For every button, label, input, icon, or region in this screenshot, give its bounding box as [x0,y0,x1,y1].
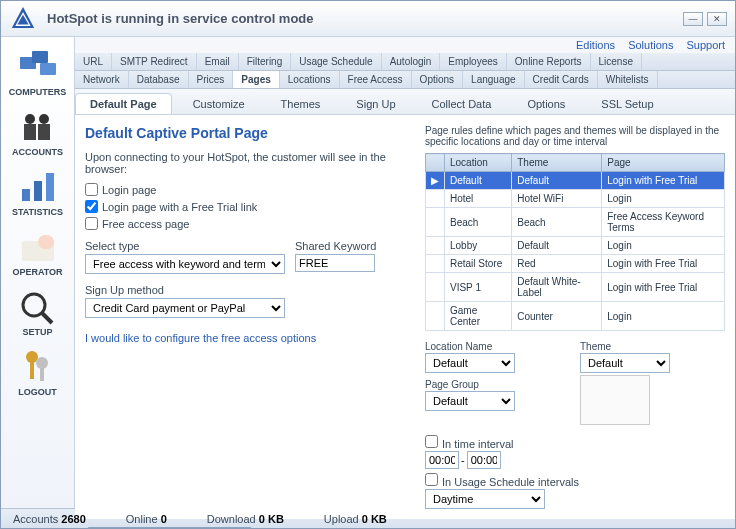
link-solutions[interactable]: Solutions [628,39,673,51]
location-name-select[interactable]: Default [425,353,515,373]
col-page[interactable]: Page [602,154,725,172]
checkbox-login-trial[interactable]: Login page with a Free Trial link [85,200,415,213]
in-schedule-check[interactable]: In Usage Schedule intervals [425,473,725,488]
tab-locations[interactable]: Locations [280,71,340,88]
svg-rect-9 [38,124,50,140]
tab-pages[interactable]: Pages [233,71,279,88]
table-row[interactable]: BeachBeachFree Access Keyword Terms [426,208,725,237]
tab-row-2: NetworkDatabasePricesPagesLocationsFree … [75,71,735,89]
subtab-themes[interactable]: Themes [266,93,336,114]
tab-online-reports[interactable]: Online Reports [507,53,591,70]
link-support[interactable]: Support [686,39,725,51]
checkbox-login-page-input[interactable] [85,183,98,196]
in-time-interval-check[interactable]: In time interval [425,435,725,450]
configure-free-access-link[interactable]: I would like to configure the free acces… [85,332,316,344]
svg-rect-4 [32,51,48,63]
sidebar-item-computers[interactable]: COMPUTERS [1,43,74,103]
tab-database[interactable]: Database [129,71,189,88]
tab-whitelists[interactable]: Whitelists [598,71,658,88]
sidebar-item-accounts[interactable]: ACCOUNTS [1,103,74,163]
status-download: Download 0 KB [207,513,284,525]
svg-rect-5 [40,63,56,75]
svg-line-16 [42,313,52,323]
checkbox-free-access-input[interactable] [85,217,98,230]
tab-license[interactable]: License [591,53,642,70]
tab-employees[interactable]: Employees [440,53,506,70]
table-row[interactable]: VISP 1Default White-LabelLogin with Free… [426,273,725,302]
top-links: Editions Solutions Support [75,37,735,53]
rules-description: Page rules define which pages and themes… [425,125,725,147]
subtab-default-page[interactable]: Default Page [75,93,172,114]
minimize-button[interactable]: — [683,12,703,26]
subtab-sign-up[interactable]: Sign Up [341,93,410,114]
sidebar-item-operator[interactable]: OPERATOR [1,223,74,283]
tab-autologin[interactable]: Autologin [382,53,441,70]
tab-language[interactable]: Language [463,71,525,88]
status-upload: Upload 0 KB [324,513,387,525]
subtab-ssl-setup[interactable]: SSL Setup [586,93,668,114]
col-theme[interactable]: Theme [512,154,602,172]
close-button[interactable]: ✕ [707,12,727,26]
subtab-customize[interactable]: Customize [178,93,260,114]
tab-row-1: URLSMTP RedirectEmailFilteringUsage Sche… [75,53,735,71]
sidebar-item-logout[interactable]: LOGOUT [1,343,74,403]
tab-credit-cards[interactable]: Credit Cards [525,71,598,88]
sidebar-item-setup[interactable]: SETUP [1,283,74,343]
tab-network[interactable]: Network [75,71,129,88]
svg-rect-20 [40,367,44,381]
signup-method-label: Sign Up method [85,284,285,296]
operator-icon [17,229,59,265]
tab-email[interactable]: Email [197,53,239,70]
shared-keyword-input[interactable] [295,254,375,272]
page-group-select[interactable]: Default [425,391,515,411]
col-location[interactable]: Location [445,154,512,172]
checkbox-free-access[interactable]: Free access page [85,217,415,230]
svg-point-6 [25,114,35,124]
tab-smtp-redirect[interactable]: SMTP Redirect [112,53,197,70]
table-row[interactable]: Game CenterCounterLogin [426,302,725,331]
tab-free-access[interactable]: Free Access [340,71,412,88]
checkbox-login-page[interactable]: Login page [85,183,415,196]
app-logo [9,5,37,33]
select-type-label: Select type [85,240,285,252]
svg-rect-12 [46,173,54,201]
checkbox-login-trial-input[interactable] [85,200,98,213]
tab-filtering[interactable]: Filtering [239,53,292,70]
time-to[interactable] [467,451,501,469]
status-accounts: Accounts 2680 [13,513,86,525]
svg-rect-14 [38,235,54,249]
intro-text: Upon connecting to your HotSpot, the cus… [85,151,415,175]
svg-point-15 [23,294,45,316]
page-heading: Default Captive Portal Page [85,125,415,141]
time-from[interactable] [425,451,459,469]
statistics-icon [17,169,59,205]
select-type[interactable]: Free access with keyword and terms of us… [85,254,285,274]
table-row[interactable]: Retail StoreRedLogin with Free Trial [426,255,725,273]
svg-rect-11 [34,181,42,201]
setup-icon [17,289,59,325]
tab-url[interactable]: URL [75,53,112,70]
tab-usage-schedule[interactable]: Usage Schedule [291,53,381,70]
shared-keyword-label: Shared Keyword [295,240,376,252]
schedule-select[interactable]: Daytime [425,489,545,509]
theme-thumbnail [580,375,650,425]
sidebar: COMPUTERS ACCOUNTS STATISTICS OPERATOR S… [1,37,75,508]
signup-method-select[interactable]: Credit Card payment or PayPal [85,298,285,318]
theme-select[interactable]: Default [580,353,670,373]
computers-icon [17,49,59,85]
table-row[interactable]: LobbyDefaultLogin [426,237,725,255]
subtab-collect-data[interactable]: Collect Data [417,93,507,114]
subtab-options[interactable]: Options [512,93,580,114]
accounts-icon [17,109,59,145]
table-row[interactable]: HotelHotel WiFiLogin [426,190,725,208]
svg-rect-7 [24,124,36,140]
page-group-label: Page Group [425,379,570,390]
sidebar-item-statistics[interactable]: STATISTICS [1,163,74,223]
location-name-label: Location Name [425,341,570,352]
tab-prices[interactable]: Prices [189,71,234,88]
status-online: Online 0 [126,513,167,525]
tab-options[interactable]: Options [412,71,463,88]
rules-table: Location Theme Page ▶DefaultDefaultLogin… [425,153,725,331]
table-row[interactable]: ▶DefaultDefaultLogin with Free Trial [426,172,725,190]
link-editions[interactable]: Editions [576,39,615,51]
